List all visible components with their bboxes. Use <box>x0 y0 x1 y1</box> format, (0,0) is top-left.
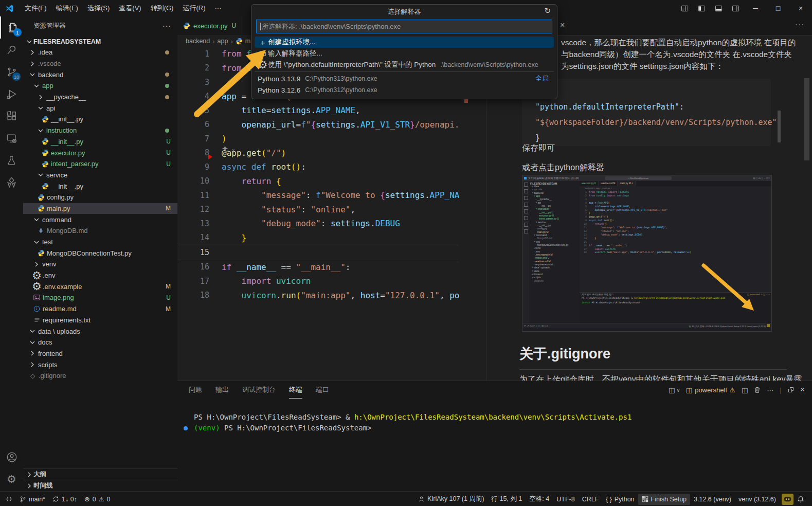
close-button[interactable]: × <box>789 0 812 16</box>
menu-选择S[interactable]: 选择(S) <box>83 4 114 12</box>
toggle-sidebar-icon[interactable] <box>698 5 706 12</box>
tree-item-service[interactable]: service <box>23 170 177 181</box>
tree-item-__pycache__[interactable]: __pycache__ <box>23 92 177 103</box>
tree-item-__init__.py[interactable]: __init__.py <box>23 180 177 192</box>
panel-tab-问题[interactable]: 问题 <box>189 385 202 399</box>
workspace-root-folder[interactable]: FILESREADSYSTEAM <box>23 36 177 47</box>
status-problems[interactable]: ⊗0⚠0 <box>81 494 114 505</box>
close-icon[interactable]: × <box>560 21 565 30</box>
menu-运行R[interactable]: 运行(R) <box>178 4 210 12</box>
code-line-16[interactable]: 16if __name__ == "__main__": <box>177 260 486 275</box>
code-line-5[interactable]: 5 title=settings.APP_NAME, <box>177 103 486 118</box>
status-git-blame[interactable]: KiriAky 107 (1 周前) <box>414 494 488 505</box>
code-line-11[interactable]: 11 "message": f"Welcome to {settings.APP… <box>177 188 486 203</box>
split-terminal-dropdown[interactable]: ◫ ˅ <box>669 386 680 394</box>
activity-ai-tools[interactable] <box>0 171 23 193</box>
tree-item-backend[interactable]: backend <box>23 69 177 80</box>
tree-item-.gitignore[interactable]: ◇.gitignore <box>23 370 177 382</box>
quickpick-item-4[interactable]: Python 3.12.6C:\Python312\python.exe <box>255 84 554 96</box>
activity-remote-explorer[interactable] <box>0 127 23 149</box>
activity-account[interactable] <box>0 446 23 468</box>
breadcrumb-item[interactable]: backend <box>186 38 210 45</box>
explorer-more-actions[interactable]: ··· <box>163 22 171 30</box>
preview-scrollbar[interactable] <box>804 78 809 160</box>
tree-item-.env[interactable]: ⚙.env <box>23 270 177 281</box>
toggle-panel-icon[interactable] <box>715 5 723 12</box>
tree-item-app[interactable]: app <box>23 80 177 92</box>
quickpick-item-3[interactable]: Python 3.13.9C:\Python313\python.exe全局 <box>255 73 554 84</box>
trash-icon[interactable] <box>754 386 761 393</box>
status-copilot[interactable] <box>782 494 793 505</box>
tree-item-image.png[interactable]: image.pngU <box>23 292 177 303</box>
status-remote-window[interactable] <box>2 494 16 505</box>
tree-item-docs[interactable]: docs <box>23 337 177 348</box>
code-line-15[interactable]: 15 <box>177 245 458 260</box>
code-line-12[interactable]: 12 "status": "online", <box>177 203 486 217</box>
activity-search[interactable] <box>0 39 23 61</box>
code-line-9[interactable]: 9async def root(): <box>177 160 486 174</box>
tree-item-MongoDBConnectionTest.py[interactable]: MongoDBConnectionTest.py <box>23 247 177 259</box>
tree-item-data-uploads[interactable]: data \ uploads <box>23 326 177 337</box>
status-git-sync[interactable]: 1↓ 0↑ <box>49 494 81 505</box>
tree-item-requirements.txt[interactable]: requirements.txt <box>23 315 177 326</box>
section-大纲[interactable]: 大纲 <box>23 468 177 480</box>
tree-item-__init__.py[interactable]: __init__.py <box>23 114 177 125</box>
copilot-inline-hint[interactable]: ⌄ <box>221 145 236 153</box>
tree-item-.vscode[interactable]: .vscode <box>23 58 177 69</box>
panel-tab-端口[interactable]: 端口 <box>316 385 329 399</box>
code-line-7[interactable]: 7) <box>177 132 486 146</box>
status-indentation[interactable]: 空格: 4 <box>526 494 553 505</box>
code-line-17[interactable]: 17 import uvicorn <box>177 274 486 288</box>
tree-item-test[interactable]: test <box>23 237 177 248</box>
tab-executor-py[interactable]: executor.py U <box>177 16 242 35</box>
code-line-13[interactable]: 13 "debug_mode": settings.DEBUG <box>177 216 486 231</box>
customize-layout-icon[interactable] <box>681 5 689 12</box>
tree-item-__init__.py[interactable]: __init__.pyU <box>23 136 177 148</box>
tree-item-config.py[interactable]: config.py <box>23 192 177 203</box>
activity-run-and-debug[interactable] <box>0 83 23 105</box>
tree-item-intent_parser.py[interactable]: intent_parser.pyU <box>23 158 177 170</box>
quickpick-input[interactable]: 所选解释器: .\backend\venv\Scripts\python.exe <box>256 20 552 33</box>
tree-item-.env.example[interactable]: ⚙.env.exampleM <box>23 281 177 292</box>
status-finish-setup[interactable]: Finish Setup <box>638 494 690 505</box>
section-时间线[interactable]: 时间线 <box>23 480 177 491</box>
activity-testing[interactable] <box>0 149 23 171</box>
status-python-interpreter[interactable]: 3.12.6 (venv) <box>690 494 735 505</box>
quickpick-item-1[interactable]: 输入解释器路径... <box>255 48 554 59</box>
menu-[interactable]: ··· <box>210 4 226 12</box>
menu-转到G[interactable]: 转到(G) <box>146 4 178 12</box>
more-actions-icon[interactable]: ··· <box>767 386 773 394</box>
status-language-mode[interactable]: { }Python <box>602 494 638 505</box>
panel-tab-输出[interactable]: 输出 <box>215 385 229 399</box>
code-line-10[interactable]: 10 return { <box>177 174 486 189</box>
status-encoding[interactable]: UTF-8 <box>553 494 578 505</box>
tree-item-frontend[interactable]: frontend <box>23 348 177 359</box>
activity-explorer[interactable]: 1 <box>0 16 24 39</box>
activity-extensions[interactable] <box>0 105 23 127</box>
status-notifications[interactable] <box>793 494 808 505</box>
tree-item-.idea[interactable]: .idea <box>23 47 177 58</box>
toggle-secondary-sidebar-icon[interactable] <box>732 5 739 12</box>
activity-source-control[interactable]: 10 <box>0 61 23 83</box>
split-icon[interactable]: ◫ <box>742 386 748 394</box>
terminal-output[interactable]: PS H:\OwnProject\FilesReadSysteam> & h:\… <box>187 412 631 433</box>
code-line-18[interactable]: 18 uvicorn.run("main:app", host="127.0.0… <box>177 288 486 303</box>
code-line-14[interactable]: 14 } <box>177 231 486 245</box>
close-panel-icon[interactable]: × <box>800 385 805 394</box>
status-cursor-position[interactable]: 行 15, 列 1 <box>488 494 526 505</box>
minimize-button[interactable]: ─ <box>744 0 767 16</box>
panel-tab-调试控制台[interactable]: 调试控制台 <box>242 385 276 399</box>
panel-tab-终端[interactable]: 终端 <box>289 385 302 399</box>
tree-item-scripts[interactable]: scripts <box>23 359 177 370</box>
menu-查看V[interactable]: 查看(V) <box>114 4 146 12</box>
breadcrumb-item[interactable]: app <box>218 38 228 45</box>
tree-item-executor.py[interactable]: executor.pyU <box>23 147 177 158</box>
quickpick-item-2[interactable]: ⚙使用 \"python.defaultInterpreterPath\" 设置… <box>255 59 554 70</box>
tree-item-main.py[interactable]: main.pyM <box>23 203 177 214</box>
terminal-instance[interactable]: ◫ powershell ⚠ <box>686 386 735 394</box>
tree-item-api[interactable]: api <box>23 102 177 114</box>
maximize-panel-icon[interactable] <box>788 387 794 393</box>
tree-item-readme.md[interactable]: readme.mdM <box>23 303 177 315</box>
maximize-button[interactable]: □ <box>767 0 789 16</box>
menu-编辑E[interactable]: 编辑(E) <box>51 4 83 12</box>
